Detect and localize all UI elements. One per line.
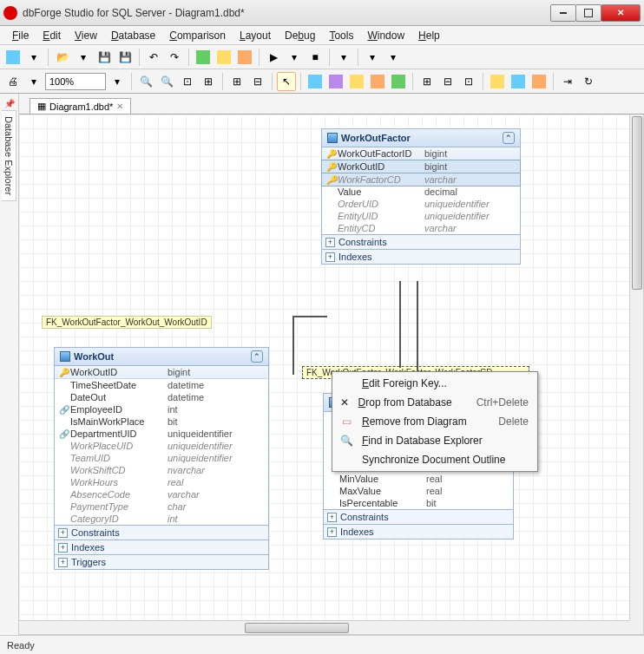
relationship-line[interactable]: [292, 316, 294, 375]
column-row[interactable]: WorkHoursreal: [55, 476, 268, 488]
column-row[interactable]: 🔑WorkOutFactorIDbigint: [322, 147, 520, 160]
section-constraints[interactable]: +Constraints: [324, 509, 513, 524]
menu-comparison[interactable]: Comparison: [162, 28, 233, 43]
debug-button[interactable]: ▾: [285, 48, 304, 67]
layout2-button[interactable]: ⊟: [248, 72, 267, 91]
relationship-line[interactable]: [292, 316, 327, 317]
section-constraints[interactable]: +Constraints: [322, 234, 520, 249]
new-query-button[interactable]: ▾: [24, 48, 43, 67]
column-row[interactable]: MinValuereal: [324, 473, 513, 485]
zoom-combo[interactable]: 100%: [45, 73, 106, 90]
collapse-icon[interactable]: ⌃: [503, 132, 515, 144]
menu-database[interactable]: Database: [104, 28, 162, 43]
menu-file[interactable]: File: [5, 28, 36, 43]
nav-end-button[interactable]: ⇥: [558, 72, 577, 91]
ctx-remove-diagram[interactable]: ▭Remove from DiagramDelete: [334, 412, 536, 431]
task2-button[interactable]: [214, 48, 233, 67]
run-button[interactable]: ▶: [264, 48, 283, 67]
column-row[interactable]: AbsenceCodevarchar: [55, 488, 268, 500]
column-row[interactable]: IsPercentablebit: [324, 497, 513, 509]
misc1-button[interactable]: ▾: [363, 48, 382, 67]
entity-header[interactable]: WorkOut ⌃: [55, 348, 268, 366]
stop-button[interactable]: ■: [306, 48, 325, 67]
vertical-scrollbar[interactable]: [629, 114, 643, 620]
undo-button[interactable]: ↶: [144, 48, 163, 67]
relationship-line[interactable]: [399, 281, 401, 368]
tab-close-icon[interactable]: ✕: [116, 101, 123, 111]
add-table-button[interactable]: [306, 72, 325, 91]
column-row[interactable]: 🔗EmployeeIDint: [55, 403, 268, 415]
minimize-button[interactable]: [550, 4, 576, 22]
open-dropdown-button[interactable]: ▾: [74, 48, 93, 67]
column-row[interactable]: MaxValuereal: [324, 485, 513, 497]
new-sql-button[interactable]: [3, 48, 23, 67]
page-button[interactable]: ▾: [24, 72, 43, 91]
column-row[interactable]: WorkShiftCDnvarchar: [55, 464, 268, 476]
column-row[interactable]: WorkPlaceUIDuniqueidentifier: [55, 440, 268, 452]
ctx-drop-db[interactable]: ✕Drop from DatabaseCtrl+Delete: [334, 393, 536, 412]
column-row[interactable]: EntityCDvarchar: [322, 222, 520, 234]
column-row[interactable]: OrderUIDuniqueidentifier: [322, 198, 520, 210]
refresh-button[interactable]: ↻: [579, 72, 598, 91]
pointer-button[interactable]: ↖: [277, 72, 296, 91]
menu-view[interactable]: View: [68, 28, 104, 43]
section-triggers[interactable]: +Triggers: [55, 554, 268, 569]
column-row[interactable]: IsMainWorkPlacebit: [55, 415, 268, 428]
style2-button[interactable]: [509, 72, 528, 91]
group2-button[interactable]: ⊟: [438, 72, 457, 91]
zoomin-button[interactable]: 🔍: [136, 72, 155, 91]
ctx-find-explorer[interactable]: 🔍Find in Database Explorer: [334, 431, 536, 450]
redo-button[interactable]: ↷: [165, 48, 184, 67]
section-indexes[interactable]: +Indexes: [55, 540, 268, 554]
misc2-button[interactable]: ▾: [384, 48, 403, 67]
section-indexes[interactable]: +Indexes: [324, 524, 513, 539]
column-row[interactable]: 🔑WorkFactorCDvarchar: [321, 173, 521, 186]
open-button[interactable]: 📂: [53, 48, 72, 67]
menu-tools[interactable]: Tools: [322, 28, 360, 43]
zoom-dropdown[interactable]: ▾: [108, 72, 127, 91]
section-constraints[interactable]: +Constraints: [55, 525, 268, 540]
column-row[interactable]: CategoryIDint: [55, 513, 268, 525]
pin-icon[interactable]: 📌: [4, 99, 15, 108]
menu-help[interactable]: Help: [411, 28, 447, 43]
entity-header[interactable]: WorkOutFactor ⌃: [322, 129, 520, 147]
group1-button[interactable]: ⊞: [417, 72, 437, 91]
container1-button[interactable]: [326, 72, 345, 91]
scrollbar-thumb[interactable]: [245, 623, 349, 633]
task3-button[interactable]: [235, 48, 254, 67]
column-row[interactable]: TeamUIDuniqueidentifier: [55, 452, 268, 464]
menu-layout[interactable]: Layout: [233, 28, 278, 43]
task-button[interactable]: [194, 48, 213, 67]
style1-button[interactable]: [488, 72, 507, 91]
zoomfit-button[interactable]: ⊡: [178, 72, 197, 91]
entity-workout[interactable]: WorkOut ⌃ 🔑WorkOutIDbigintTimeSheetDated…: [54, 347, 269, 570]
collapse-icon[interactable]: ⌃: [251, 350, 263, 363]
scrollbar-thumb[interactable]: [632, 116, 642, 290]
maximize-button[interactable]: [575, 4, 601, 22]
ctx-edit-fk[interactable]: Edit Foreign Key...: [334, 374, 536, 393]
container3-button[interactable]: [368, 72, 387, 91]
menu-edit[interactable]: Edit: [36, 28, 68, 43]
ctx-sync-outline[interactable]: Synchronize Document Outline: [334, 450, 536, 469]
column-row[interactable]: PaymentTypechar: [55, 500, 268, 513]
save-all-button[interactable]: 💾: [115, 48, 135, 67]
entity-workoutfactor[interactable]: WorkOutFactor ⌃ 🔑WorkOutFactorIDbigint🔑W…: [321, 128, 521, 265]
zoomout-button[interactable]: 🔍: [157, 72, 176, 91]
sidebar-tab-dbexplorer[interactable]: Database Explorer: [2, 110, 16, 201]
column-row[interactable]: Valuedecimal: [322, 186, 520, 198]
fk-label-workout[interactable]: FK_WorkOutFactor_WorkOut_WorkOutID: [42, 316, 212, 329]
tab-diagram1[interactable]: ▦ Diagram1.dbd* ✕: [30, 98, 131, 114]
container2-button[interactable]: [347, 72, 366, 91]
save-button[interactable]: 💾: [95, 48, 114, 67]
db-button[interactable]: ▾: [334, 48, 353, 67]
diagram-canvas[interactable]: WorkOutFactor ⌃ 🔑WorkOutFactorIDbigint🔑W…: [19, 114, 644, 635]
note-button[interactable]: [389, 72, 408, 91]
horizontal-scrollbar[interactable]: [19, 620, 629, 634]
column-row[interactable]: 🔑WorkOutIDbigint: [55, 366, 268, 379]
column-row[interactable]: 🔑WorkOutIDbigint: [321, 160, 521, 173]
column-row[interactable]: DateOutdatetime: [55, 391, 268, 403]
column-row[interactable]: 🔗DepartmentUIDuniqueidentifier: [55, 428, 268, 440]
zoomsel-button[interactable]: ⊞: [199, 72, 218, 91]
group3-button[interactable]: ⊡: [459, 72, 478, 91]
section-indexes[interactable]: +Indexes: [322, 249, 520, 264]
